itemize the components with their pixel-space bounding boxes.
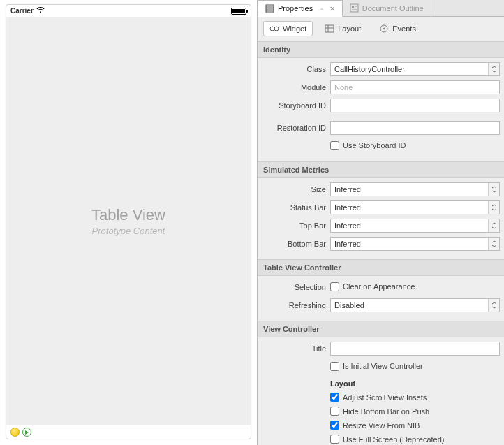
refreshing-combo[interactable]: Disabled <box>330 298 500 312</box>
clear-on-appearance-checkbox[interactable]: Clear on Appearance <box>330 282 415 291</box>
svg-point-8 <box>270 27 274 31</box>
storyboard-id-field[interactable] <box>330 99 500 112</box>
outline-icon <box>350 3 359 13</box>
mode-tabs: Widget Layout Events <box>258 17 504 41</box>
properties-icon <box>265 4 274 13</box>
bottombar-combo[interactable]: Inferred <box>330 237 500 251</box>
chevron-updown-icon[interactable] <box>488 238 499 250</box>
svg-rect-4 <box>350 4 358 12</box>
pin-icon[interactable]: ▫ <box>320 5 323 13</box>
topbar-label: Top Bar <box>262 221 330 230</box>
table-view-placeholder[interactable]: Table View Prototype Content <box>6 17 251 425</box>
tab-properties[interactable]: Properties ▫ ✕ <box>258 0 343 17</box>
table-view-subtitle: Prototype Content <box>92 226 165 236</box>
widget-icon <box>269 24 279 33</box>
section-identity-header: Identity <box>258 41 504 58</box>
close-icon[interactable]: ✕ <box>329 5 335 13</box>
tab-label: Document Outline <box>362 4 424 13</box>
hide-bottom-checkbox[interactable]: Hide Bottom Bar on Push <box>330 407 429 416</box>
wifi-icon <box>36 7 45 15</box>
refreshing-label: Refreshing <box>262 301 330 309</box>
adjust-insets-checkbox[interactable]: Adjust Scroll View Insets <box>330 393 427 402</box>
svg-rect-10 <box>325 25 334 32</box>
use-storyboard-id-checkbox[interactable]: Use Storyboard ID <box>330 141 406 150</box>
chevron-updown-icon[interactable] <box>488 183 499 196</box>
table-view-title: Table View <box>91 206 165 224</box>
battery-icon <box>231 8 246 15</box>
is-initial-checkbox[interactable]: Is Initial View Controller <box>330 362 423 371</box>
scene-dock <box>6 425 251 439</box>
section-vc-header: View Controller <box>258 321 504 337</box>
property-sections: Identity Class CallHistoryController Mod… <box>258 41 504 445</box>
restoration-id-label: Restoration ID <box>262 124 330 132</box>
chevron-updown-icon[interactable] <box>488 63 499 75</box>
class-combo[interactable]: CallHistoryController <box>330 62 500 76</box>
tab-document-outline[interactable]: Document Outline <box>343 0 431 16</box>
module-label: Module <box>262 83 330 92</box>
layout-heading: Layout <box>330 379 355 388</box>
bottombar-label: Bottom Bar <box>262 240 330 248</box>
design-canvas: Carrier Table View Prototype Content <box>0 0 257 445</box>
class-label: Class <box>262 65 330 73</box>
events-icon <box>379 24 389 33</box>
carrier-label: Carrier <box>10 7 34 15</box>
panel-tabs: Properties ▫ ✕ Document Outline <box>258 0 504 17</box>
section-simulated-header: Simulated Metrics <box>258 161 504 178</box>
full-screen-checkbox[interactable]: Use Full Screen (Deprecated) <box>330 435 445 444</box>
topbar-combo[interactable]: Inferred <box>330 219 500 233</box>
first-responder-icon[interactable] <box>10 428 20 437</box>
section-tvc-header: Table View Controller <box>258 259 504 276</box>
chevron-updown-icon[interactable] <box>488 219 499 232</box>
svg-point-9 <box>274 27 279 31</box>
tab-label: Properties <box>278 4 313 13</box>
size-combo[interactable]: Inferred <box>330 182 500 196</box>
mode-widget[interactable]: Widget <box>263 21 313 36</box>
exit-icon[interactable] <box>22 428 31 437</box>
chevron-updown-icon[interactable] <box>488 201 499 214</box>
chevron-updown-icon[interactable] <box>488 299 499 312</box>
module-field[interactable] <box>330 80 500 94</box>
mode-events[interactable]: Events <box>373 21 422 36</box>
selection-label: Selection <box>262 283 330 291</box>
layout-icon <box>325 24 334 33</box>
size-label: Size <box>262 185 330 194</box>
status-bar: Carrier <box>6 5 251 17</box>
title-field[interactable] <box>330 342 500 356</box>
restoration-id-field[interactable] <box>330 121 500 135</box>
storyboard-id-label: Storyboard ID <box>262 101 330 110</box>
svg-rect-5 <box>352 6 354 8</box>
mode-layout[interactable]: Layout <box>318 21 367 36</box>
title-label: Title <box>262 344 330 353</box>
properties-pane: Properties ▫ ✕ Document Outline Widget L… <box>257 0 504 445</box>
statusbar-combo[interactable]: Inferred <box>330 200 500 214</box>
resize-nib-checkbox[interactable]: Resize View From NIB <box>330 421 420 430</box>
device-frame[interactable]: Carrier Table View Prototype Content <box>6 4 251 439</box>
statusbar-label: Status Bar <box>262 203 330 212</box>
